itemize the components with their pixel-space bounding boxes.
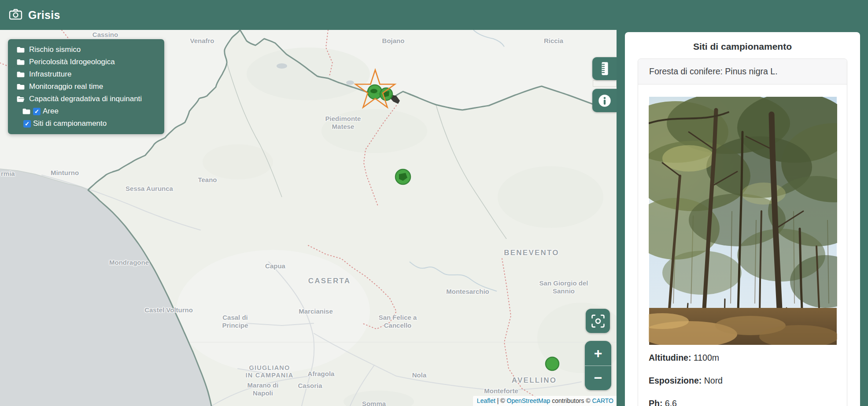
carto-link[interactable]: CARTO	[592, 397, 614, 404]
layer-item-label: Monitoraggio real time	[29, 82, 103, 91]
folder-open-icon	[16, 95, 25, 102]
layer-item-label: Rischio sismico	[29, 45, 81, 54]
sidebar-title: Siti di campionamento	[638, 41, 847, 52]
layer-checkbox[interactable]: ✓	[23, 120, 31, 128]
folder-icon	[16, 71, 25, 78]
measure-bar	[593, 80, 617, 87]
site-card-body: Altitudine: 1100mEsposizione: NordPh: 6.…	[638, 84, 847, 406]
map-attribution: Leaflet | © OpenStreetMap contributors ©…	[473, 396, 617, 406]
detail-label: Altitudine:	[649, 353, 691, 362]
layer-control-panel: Rischio sismicoPericolosità Idrogeologic…	[8, 39, 164, 134]
locate-button[interactable]	[586, 309, 610, 333]
osm-link[interactable]: OpenStreetMap	[507, 397, 550, 404]
layer-item-label: Capacità degradativa di inquinanti	[29, 95, 142, 103]
site-photo	[649, 97, 837, 345]
detail-label: Ph:	[649, 399, 662, 406]
zoom-control: + −	[585, 341, 611, 390]
site-card-header: Foresta di conifere: Pinus nigra L.	[638, 59, 847, 84]
sidebar: Siti di campionamento Foresta di conifer…	[617, 30, 868, 406]
detail-value: 1100m	[691, 353, 719, 362]
sidebar-card: Siti di campionamento Foresta di conifer…	[625, 32, 860, 406]
layer-item[interactable]: Capacità degradativa di inquinanti	[13, 93, 159, 105]
leaflet-link[interactable]: Leaflet	[477, 397, 495, 404]
layer-item-label: Pericolosità Idrogeologica	[29, 58, 115, 66]
folder-icon	[22, 108, 31, 115]
layer-item[interactable]: Pericolosità Idrogeologica	[13, 56, 159, 68]
app-root: Grisis	[0, 0, 868, 406]
layer-item[interactable]: Infrastrutture	[13, 68, 159, 80]
detail-value: Nord	[702, 376, 723, 385]
attribution-text: | ©	[495, 397, 507, 404]
app-title: Grisis	[28, 9, 60, 22]
detail-label: Esposizione:	[649, 376, 702, 385]
detail-row: Ph: 6.6	[649, 398, 836, 406]
measure-button[interactable]	[592, 57, 617, 80]
zoom-out-button[interactable]: −	[585, 366, 611, 391]
detail-row: Altitudine: 1100m	[649, 352, 836, 363]
folder-icon	[16, 59, 25, 66]
site-marker[interactable]	[368, 85, 382, 99]
layer-item[interactable]: ✓Siti di campionamento	[13, 117, 159, 130]
site-details: Altitudine: 1100mEsposizione: NordPh: 6.…	[649, 352, 836, 406]
folder-icon	[16, 46, 25, 53]
detail-row: Esposizione: Nord	[649, 375, 836, 386]
layer-item-label: Siti di campionamento	[33, 119, 107, 128]
layer-item-label: Infrastrutture	[29, 70, 71, 79]
site-marker[interactable]	[380, 88, 392, 100]
map[interactable]: CassinoVenafroBojanoRicciaPiedimonte Mat…	[0, 30, 617, 406]
camera-icon	[9, 8, 22, 22]
layer-item-label: Aree	[43, 107, 59, 116]
layer-item[interactable]: Rischio sismico	[13, 44, 159, 56]
site-marker[interactable]	[546, 357, 559, 370]
info-button[interactable]	[592, 89, 617, 112]
detail-value: 6.6	[662, 399, 677, 406]
app-header: Grisis	[0, 0, 868, 30]
zoom-in-button[interactable]: +	[585, 341, 611, 366]
site-marker[interactable]	[395, 169, 410, 184]
folder-icon	[16, 83, 25, 90]
layer-item[interactable]: ✓Aree	[13, 105, 159, 117]
attribution-text: contributors ©	[550, 397, 592, 404]
site-card: Foresta di conifere: Pinus nigra L.	[638, 59, 847, 406]
layer-item[interactable]: Monitoraggio real time	[13, 80, 159, 93]
layer-checkbox[interactable]: ✓	[33, 108, 41, 115]
